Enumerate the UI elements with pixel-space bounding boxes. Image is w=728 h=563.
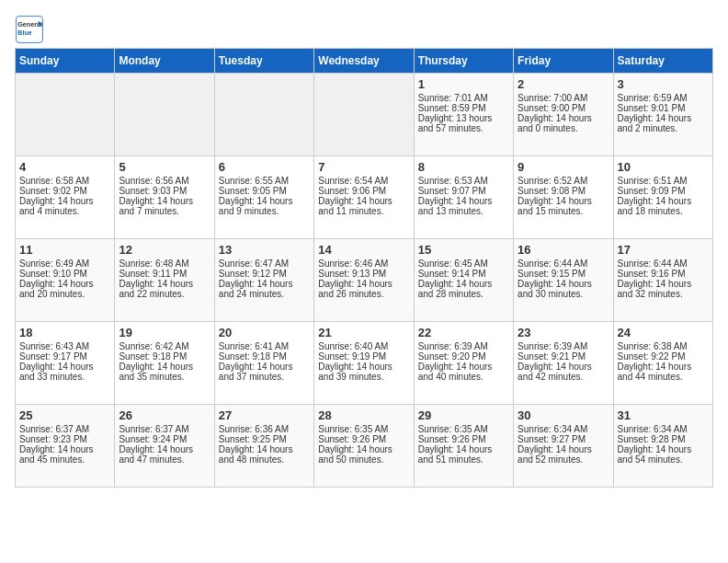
sunrise-text: Sunrise: 6:45 AM [418,259,509,269]
daylight-text: Daylight: 14 hours and 32 minutes. [618,279,709,299]
daylight-text: Daylight: 14 hours and 45 minutes. [19,444,110,465]
day-number: 15 [418,243,509,257]
sunrise-text: Sunrise: 6:40 AM [318,341,409,351]
sunrise-text: Sunrise: 6:49 AM [19,259,110,269]
day-number: 11 [19,243,110,257]
day-number: 6 [219,160,310,174]
sunset-text: Sunset: 9:10 PM [19,269,110,279]
daylight-text: Daylight: 13 hours and 57 minutes. [418,113,509,133]
sunrise-text: Sunrise: 6:37 AM [19,424,110,434]
sunrise-text: Sunrise: 6:46 AM [318,259,409,269]
day-number: 2 [518,77,609,91]
daylight-text: Daylight: 14 hours and 18 minutes. [618,196,709,216]
daylight-text: Daylight: 14 hours and 44 minutes. [618,362,709,382]
sunrise-text: Sunrise: 6:42 AM [119,341,210,351]
calendar-cell: 7Sunrise: 6:54 AMSunset: 9:06 PMDaylight… [314,156,414,239]
sunrise-text: Sunrise: 6:51 AM [618,176,709,186]
day-number: 28 [318,408,409,422]
sunrise-text: Sunrise: 6:58 AM [19,176,110,186]
calendar-week-1: 1Sunrise: 7:01 AMSunset: 8:59 PMDaylight… [16,74,713,156]
calendar-week-2: 4Sunrise: 6:58 AMSunset: 9:02 PMDaylight… [16,156,713,239]
day-number: 4 [19,160,110,174]
calendar-cell: 18Sunrise: 6:43 AMSunset: 9:17 PMDayligh… [16,322,115,405]
day-header-sunday: Sunday [16,49,115,74]
day-number: 14 [318,243,409,257]
calendar-cell: 2Sunrise: 7:00 AMSunset: 9:00 PMDaylight… [514,74,613,156]
logo: General Blue [15,15,44,44]
sunset-text: Sunset: 9:17 PM [19,351,110,362]
daylight-text: Daylight: 14 hours and 28 minutes. [418,279,509,299]
sunrise-text: Sunrise: 6:36 AM [219,424,310,434]
day-number: 18 [19,326,110,339]
daylight-text: Daylight: 14 hours and 50 minutes. [318,444,409,465]
daylight-text: Daylight: 14 hours and 42 minutes. [518,362,609,382]
calendar-cell: 11Sunrise: 6:49 AMSunset: 9:10 PMDayligh… [16,239,115,322]
day-number: 19 [119,326,210,339]
day-number: 21 [318,326,409,339]
day-number: 17 [618,243,709,257]
sunrise-text: Sunrise: 6:59 AM [618,93,709,103]
daylight-text: Daylight: 14 hours and 52 minutes. [518,444,609,465]
calendar-cell: 22Sunrise: 6:39 AMSunset: 9:20 PMDayligh… [414,322,513,405]
daylight-text: Daylight: 14 hours and 39 minutes. [318,362,409,382]
sunset-text: Sunset: 9:14 PM [418,269,509,279]
day-number: 29 [418,408,509,422]
day-number: 26 [119,408,210,422]
sunset-text: Sunset: 9:18 PM [119,351,210,362]
calendar-week-4: 18Sunrise: 6:43 AMSunset: 9:17 PMDayligh… [16,322,713,405]
sunrise-text: Sunrise: 6:34 AM [618,424,709,434]
calendar-cell: 21Sunrise: 6:40 AMSunset: 9:19 PMDayligh… [314,322,414,405]
sunrise-text: Sunrise: 6:47 AM [219,259,310,269]
day-number: 30 [518,408,609,422]
sunrise-text: Sunrise: 6:39 AM [418,341,509,351]
daylight-text: Daylight: 14 hours and 48 minutes. [219,444,310,465]
daylight-text: Daylight: 14 hours and 30 minutes. [518,279,609,299]
sunset-text: Sunset: 9:28 PM [618,434,709,444]
daylight-text: Daylight: 14 hours and 7 minutes. [119,196,210,216]
sunset-text: Sunset: 9:19 PM [318,351,409,362]
daylight-text: Daylight: 14 hours and 37 minutes. [219,362,310,382]
daylight-text: Daylight: 14 hours and 9 minutes. [219,196,310,216]
day-number: 31 [618,408,709,422]
calendar-cell: 6Sunrise: 6:55 AMSunset: 9:05 PMDaylight… [214,156,313,239]
sunrise-text: Sunrise: 6:54 AM [318,176,409,186]
daylight-text: Daylight: 14 hours and 4 minutes. [19,196,110,216]
daylight-text: Daylight: 14 hours and 35 minutes. [119,362,210,382]
day-header-tuesday: Tuesday [214,49,313,74]
day-number: 16 [518,243,609,257]
calendar-week-5: 25Sunrise: 6:37 AMSunset: 9:23 PMDayligh… [16,405,713,488]
day-number: 10 [618,160,709,174]
day-number: 13 [219,243,310,257]
calendar-cell: 15Sunrise: 6:45 AMSunset: 9:14 PMDayligh… [414,239,513,322]
day-number: 9 [518,160,609,174]
sunset-text: Sunset: 9:16 PM [618,269,709,279]
daylight-text: Daylight: 14 hours and 11 minutes. [318,196,409,216]
calendar-cell: 20Sunrise: 6:41 AMSunset: 9:18 PMDayligh… [214,322,313,405]
sunrise-text: Sunrise: 7:00 AM [518,93,609,103]
sunset-text: Sunset: 9:09 PM [618,186,709,196]
day-number: 8 [418,160,509,174]
sunrise-text: Sunrise: 6:44 AM [618,259,709,269]
calendar-cell: 19Sunrise: 6:42 AMSunset: 9:18 PMDayligh… [115,322,214,405]
sunset-text: Sunset: 9:22 PM [618,351,709,362]
sunset-text: Sunset: 9:06 PM [318,186,409,196]
calendar-cell [16,74,115,156]
day-number: 24 [618,326,709,339]
day-header-wednesday: Wednesday [314,49,414,74]
daylight-text: Daylight: 14 hours and 15 minutes. [518,196,609,216]
daylight-text: Daylight: 14 hours and 33 minutes. [19,362,110,382]
calendar-body: 1Sunrise: 7:01 AMSunset: 8:59 PMDaylight… [16,74,713,488]
calendar-cell: 3Sunrise: 6:59 AMSunset: 9:01 PMDaylight… [613,74,712,156]
day-number: 5 [119,160,210,174]
calendar-cell: 24Sunrise: 6:38 AMSunset: 9:22 PMDayligh… [613,322,712,405]
sunset-text: Sunset: 9:00 PM [518,103,609,113]
sunset-text: Sunset: 9:13 PM [318,269,409,279]
sunrise-text: Sunrise: 7:01 AM [418,93,509,103]
calendar-cell: 16Sunrise: 6:44 AMSunset: 9:15 PMDayligh… [514,239,613,322]
sunrise-text: Sunrise: 6:37 AM [119,424,210,434]
day-number: 3 [618,77,709,91]
sunset-text: Sunset: 8:59 PM [418,103,509,113]
sunrise-text: Sunrise: 6:38 AM [618,341,709,351]
day-header-saturday: Saturday [613,49,712,74]
daylight-text: Daylight: 14 hours and 26 minutes. [318,279,409,299]
